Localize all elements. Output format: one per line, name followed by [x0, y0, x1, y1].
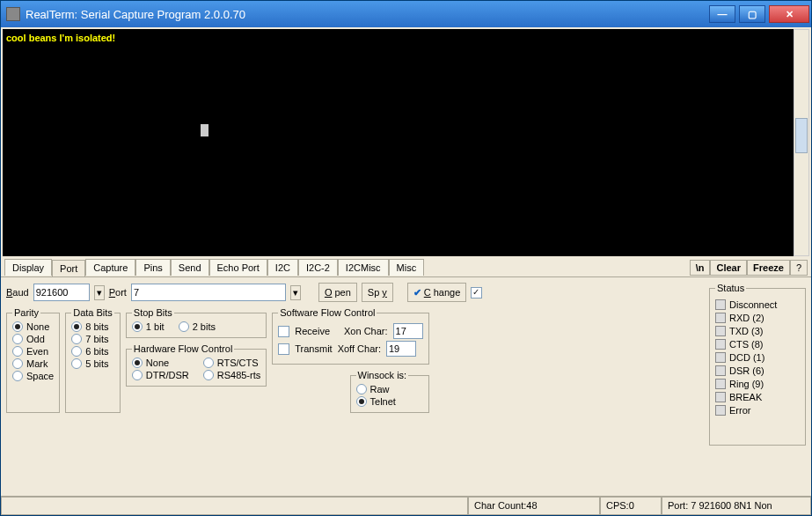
status-indicator-icon [715, 392, 726, 402]
tab-pins[interactable]: Pins [135, 259, 170, 276]
status-item: Error [715, 405, 800, 416]
tab-i2c-2[interactable]: I2C-2 [298, 259, 338, 276]
tab-capture[interactable]: Capture [85, 259, 135, 276]
status-item: BREAK [715, 392, 800, 402]
databits-option[interactable]: 5 bits [71, 358, 114, 369]
freeze-button[interactable]: Freeze [747, 260, 790, 276]
terminal-scrollbar[interactable] [794, 29, 809, 256]
databits-label: 8 bits [85, 321, 108, 332]
radio-icon [71, 321, 82, 332]
minimize-button[interactable]: — [709, 5, 735, 23]
tab-send[interactable]: Send [171, 259, 209, 276]
tab-i2cmisc[interactable]: I2CMisc [338, 259, 389, 276]
databits-label: 6 bits [85, 346, 108, 357]
status-label: RXD (2) [729, 313, 764, 323]
status-item: Disconnect [715, 299, 800, 310]
clear-button[interactable]: Clear [710, 260, 747, 276]
databits-legend: Data Bits [71, 307, 114, 318]
parity-label: Mark [26, 358, 48, 369]
change-button[interactable]: ✔Change [407, 283, 467, 302]
stopbits-label: 1 bit [146, 321, 165, 332]
hwflow-option[interactable]: DTR/DSR [132, 370, 189, 380]
databits-label: 7 bits [85, 334, 108, 344]
databits-option[interactable]: 7 bits [71, 334, 114, 344]
radio-icon [132, 370, 143, 380]
change-checkbox[interactable] [471, 287, 482, 299]
status-indicator-icon [715, 299, 726, 310]
parity-option[interactable]: Space [12, 371, 54, 381]
parity-option[interactable]: Odd [12, 334, 54, 344]
xoff-label: Xoff Char: [338, 343, 381, 354]
radio-icon [12, 334, 23, 344]
port-panel: Baud ▾ Port ▾ Open Spy ✔Change Parity No… [1, 277, 811, 496]
close-button[interactable]: ✕ [769, 5, 809, 23]
status-label: Disconnect [729, 299, 777, 310]
tab-echo-port[interactable]: Echo Port [209, 259, 267, 276]
status-item: DCD (1) [715, 352, 800, 363]
title-bar[interactable]: RealTerm: Serial Capture Program 2.0.0.7… [1, 1, 811, 27]
radio-icon [132, 358, 143, 368]
status-label: BREAK [729, 392, 762, 402]
stopbits-legend: Stop Bits [132, 307, 174, 318]
radio-icon [12, 358, 23, 369]
parity-option[interactable]: Mark [12, 358, 54, 369]
status-indicator-icon [715, 405, 726, 416]
open-button[interactable]: Open [318, 283, 357, 302]
radio-icon [203, 370, 214, 380]
databits-label: 5 bits [85, 358, 108, 369]
status-label: DSR (6) [729, 365, 764, 376]
baud-label: Baud [6, 287, 29, 298]
radio-icon [12, 346, 23, 357]
tab-misc[interactable]: Misc [389, 259, 425, 276]
transmit-checkbox[interactable] [278, 343, 289, 355]
xon-input[interactable] [393, 323, 423, 339]
terminal-cursor [201, 124, 208, 136]
xoff-input[interactable] [386, 341, 416, 357]
app-icon [6, 7, 20, 21]
statusbar-port: Port: 7 921600 8N1 Non [662, 497, 811, 515]
newline-button[interactable]: \n [690, 260, 711, 276]
stopbits-option[interactable]: 1 bit [132, 321, 165, 332]
parity-group: Parity NoneOddEvenMarkSpace [6, 307, 60, 413]
maximize-button[interactable]: ▢ [739, 5, 765, 23]
hwflow-option[interactable]: RS485-rts [203, 370, 261, 380]
baud-combo[interactable] [33, 284, 90, 301]
receive-checkbox[interactable] [278, 326, 289, 337]
stopbits-label: 2 bits [193, 321, 216, 332]
stopbits-option[interactable]: 2 bits [179, 321, 216, 332]
status-label: CTS (8) [729, 339, 764, 350]
tab-i2c[interactable]: I2C [267, 259, 298, 276]
help-button[interactable]: ? [790, 260, 808, 276]
terminal-text: cool beans I'm isolated! [6, 33, 115, 43]
winsock-option[interactable]: Telnet [356, 396, 423, 407]
statusbar-cps: CPS:0 [600, 497, 662, 515]
tab-display[interactable]: Display [4, 259, 52, 276]
status-item: CTS (8) [715, 339, 800, 350]
baud-dropdown-icon[interactable]: ▾ [94, 285, 105, 300]
winsock-group: Winsock is: RawTelnet [350, 370, 429, 413]
port-combo[interactable] [131, 284, 286, 301]
tab-port[interactable]: Port [52, 260, 85, 276]
status-item: RXD (2) [715, 313, 800, 323]
winsock-option[interactable]: Raw [356, 384, 423, 394]
winsock-label: Telnet [370, 396, 396, 407]
parity-option[interactable]: None [12, 321, 54, 332]
port-dropdown-icon[interactable]: ▾ [290, 285, 301, 300]
hwflow-legend: Hardware Flow Control [132, 343, 234, 354]
status-indicator-icon [715, 365, 726, 376]
hwflow-label: None [146, 358, 169, 368]
status-bar: Char Count:48 CPS:0 Port: 7 921600 8N1 N… [1, 496, 811, 515]
parity-option[interactable]: Even [12, 346, 54, 357]
parity-label: None [26, 321, 49, 332]
check-icon: ✔ [413, 287, 421, 299]
status-indicator-icon [715, 352, 726, 363]
spy-button[interactable]: Spy [362, 283, 393, 302]
hwflow-option[interactable]: None [132, 358, 189, 368]
radio-icon [203, 358, 214, 368]
databits-option[interactable]: 8 bits [71, 321, 114, 332]
status-legend: Status [715, 283, 746, 293]
window-title: RealTerm: Serial Capture Program 2.0.0.7… [26, 8, 707, 21]
scrollbar-thumb[interactable] [795, 118, 808, 153]
databits-option[interactable]: 6 bits [71, 346, 114, 357]
hwflow-option[interactable]: RTS/CTS [203, 358, 261, 368]
